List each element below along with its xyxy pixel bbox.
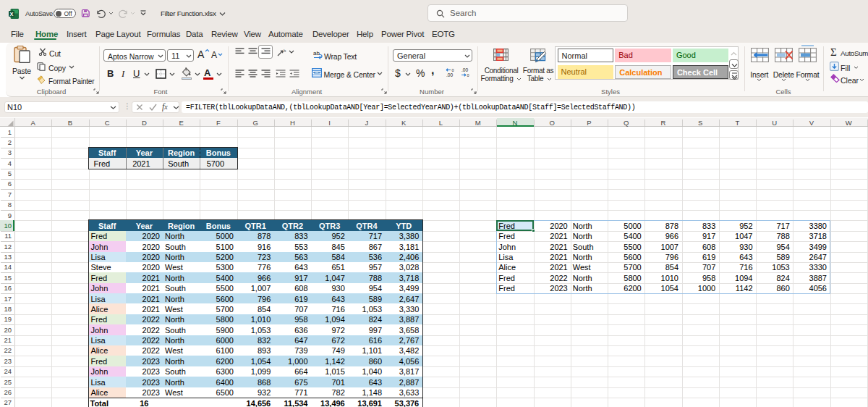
svg-text:ab: ab <box>313 50 320 56</box>
svg-text:X: X <box>9 11 13 17</box>
svg-text:b: b <box>284 49 286 53</box>
svg-text:.00: .00 <box>446 72 453 77</box>
